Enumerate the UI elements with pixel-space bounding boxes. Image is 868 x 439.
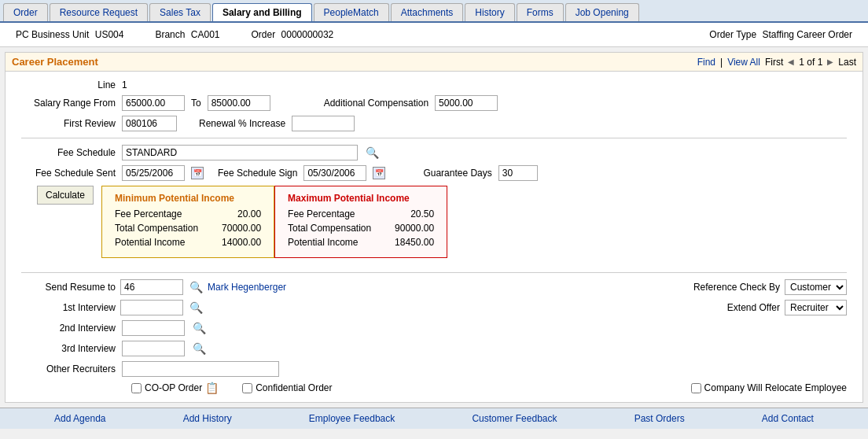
branch-label: Branch: [155, 29, 185, 40]
other-recruiters-label: Other Recruiters: [21, 363, 116, 374]
fee-sign-cal-icon[interactable]: 📅: [373, 167, 385, 179]
min-potential-income-label: Potential Income: [115, 237, 185, 248]
guarantee-days-input[interactable]: [498, 165, 538, 181]
interview-3-row: 3rd Interview 🔍: [21, 341, 847, 356]
max-fee-pct-label: Fee Percentage: [288, 208, 355, 220]
interview-2-input[interactable]: [122, 320, 185, 336]
info-bar: PC Business Unit US004 Branch CA001 Orde…: [0, 23, 868, 47]
additional-comp-label: Additional Compensation: [324, 98, 428, 109]
send-resume-label: Send Resume to: [21, 282, 116, 293]
employee-feedback-link[interactable]: Employee Feedback: [309, 413, 395, 424]
interview-3-search-icon[interactable]: 🔍: [193, 342, 206, 355]
add-agenda-link[interactable]: Add Agenda: [54, 413, 105, 424]
order-value: 0000000032: [281, 29, 334, 40]
fee-schedule-input[interactable]: [122, 145, 358, 160]
additional-comp-input[interactable]: [435, 95, 498, 111]
extend-offer-select[interactable]: Recruiter Customer Both: [785, 300, 847, 315]
tab-resource-request[interactable]: Resource Request: [50, 3, 148, 21]
prev-arrow[interactable]: ◀: [788, 57, 794, 66]
send-resume-name: Mark Hegenberger: [208, 282, 286, 293]
fee-schedule-sign-input[interactable]: [303, 165, 366, 181]
max-potential-income-value: 18450.00: [371, 237, 434, 248]
first-review-label: First Review: [21, 118, 116, 129]
send-resume-input[interactable]: [120, 279, 183, 295]
pc-business-unit-label: PC Business Unit: [16, 29, 89, 40]
tab-order[interactable]: Order: [3, 3, 48, 21]
view-all-link[interactable]: View All: [727, 57, 760, 68]
past-orders-link[interactable]: Past Orders: [634, 413, 685, 424]
max-total-comp-value: 90000.00: [371, 223, 434, 234]
tab-history[interactable]: History: [465, 3, 514, 21]
pc-business-unit: PC Business Unit US004: [16, 29, 123, 40]
interview-1-search-icon[interactable]: 🔍: [189, 301, 203, 314]
memo-icon[interactable]: 📋: [205, 382, 219, 394]
min-potential-income-value: 14000.00: [198, 237, 261, 248]
pc-business-unit-value: US004: [95, 29, 124, 40]
max-income-title: Maximum Potential Income: [288, 193, 434, 204]
tab-people-match[interactable]: PeopleMatch: [314, 3, 389, 21]
reference-check-label: Reference Check By: [693, 282, 780, 293]
other-recruiters-input[interactable]: [122, 361, 279, 377]
page-info: 1 of 1: [799, 57, 822, 68]
interview-3-label: 3rd Interview: [21, 343, 116, 354]
max-total-comp-label: Total Compensation: [288, 223, 371, 234]
send-resume-search-icon[interactable]: 🔍: [189, 281, 203, 293]
interview-2-search-icon[interactable]: 🔍: [193, 322, 206, 334]
branch-value: CA001: [191, 29, 220, 40]
fee-schedule-sign-label: Fee Schedule Sign: [218, 168, 297, 179]
potential-income-section: Minimum Potential Income Fee Percentage …: [101, 186, 447, 258]
confidential-order-label: Confidential Order: [256, 382, 332, 393]
section-nav: Find | View All First ◀ 1 of 1 ▶ Last: [697, 57, 856, 68]
extend-offer-label: Extend Offer: [727, 302, 780, 313]
tabs-bar: Order Resource Request Sales Tax Salary …: [0, 0, 868, 23]
line-label: Line: [21, 79, 116, 90]
add-history-link[interactable]: Add History: [183, 413, 232, 424]
tab-job-opening[interactable]: Job Opening: [565, 3, 639, 21]
salary-range-to-input[interactable]: [208, 95, 270, 111]
tab-forms[interactable]: Forms: [517, 3, 564, 21]
coop-order-label: CO-OP Order: [145, 382, 202, 393]
tab-salary-billing[interactable]: Salary and Billing: [212, 3, 312, 21]
add-contact-link[interactable]: Add Contact: [762, 413, 814, 424]
order: Order 0000000032: [252, 29, 334, 40]
salary-range-from-label: Salary Range From: [21, 98, 116, 109]
other-recruiters-row: Other Recruiters: [21, 361, 847, 377]
last-label: Last: [838, 57, 856, 68]
renewal-pct-input[interactable]: [292, 116, 355, 131]
fee-sent-cal-icon[interactable]: 📅: [191, 167, 204, 179]
relocate-checkbox[interactable]: [691, 383, 701, 393]
footer-bar: Add Agenda Add History Employee Feedback…: [0, 408, 868, 429]
find-link[interactable]: Find: [697, 57, 715, 68]
first-review-input[interactable]: [122, 116, 177, 131]
confidential-order-checkbox[interactable]: [242, 383, 252, 393]
section-header: Career Placement Find | View All First ◀…: [6, 53, 862, 72]
min-income-title: Minimum Potential Income: [115, 193, 261, 204]
next-arrow[interactable]: ▶: [827, 57, 833, 66]
calculate-button[interactable]: Calculate: [37, 186, 94, 205]
tab-attachments[interactable]: Attachments: [391, 3, 464, 21]
interview-2-label: 2nd Interview: [21, 323, 116, 334]
fee-schedule-search-icon[interactable]: 🔍: [366, 146, 379, 159]
order-type-value: Staffing Career Order: [763, 29, 853, 40]
interview-2-row: 2nd Interview 🔍: [21, 320, 847, 336]
fee-schedule-sent-label: Fee Schedule Sent: [21, 168, 116, 179]
interview-3-input[interactable]: [122, 341, 185, 356]
main-content: Career Placement Find | View All First ◀…: [5, 52, 863, 403]
max-income-box: Maximum Potential Income Fee Percentage …: [274, 186, 447, 258]
min-fee-pct-label: Fee Percentage: [115, 208, 182, 220]
reference-check-select[interactable]: Customer Recruiter Both: [785, 279, 847, 295]
line-value: 1: [122, 79, 127, 90]
max-potential-income-label: Potential Income: [288, 237, 358, 248]
line-row: Line 1: [21, 79, 847, 90]
interview-1-input[interactable]: [120, 300, 183, 315]
fee-schedule-sent-input[interactable]: [122, 165, 185, 181]
min-income-box: Minimum Potential Income Fee Percentage …: [101, 186, 274, 258]
customer-feedback-link[interactable]: Customer Feedback: [472, 413, 557, 424]
review-row: First Review Renewal % Increase: [21, 116, 847, 131]
coop-order-checkbox[interactable]: [131, 383, 142, 393]
salary-range-from-input[interactable]: [122, 95, 185, 111]
relocate-label: Company Will Relocate Employee: [704, 382, 847, 393]
section-title: Career Placement: [12, 56, 98, 68]
tab-sales-tax[interactable]: Sales Tax: [149, 3, 211, 21]
min-total-comp-label: Total Compensation: [115, 223, 198, 234]
